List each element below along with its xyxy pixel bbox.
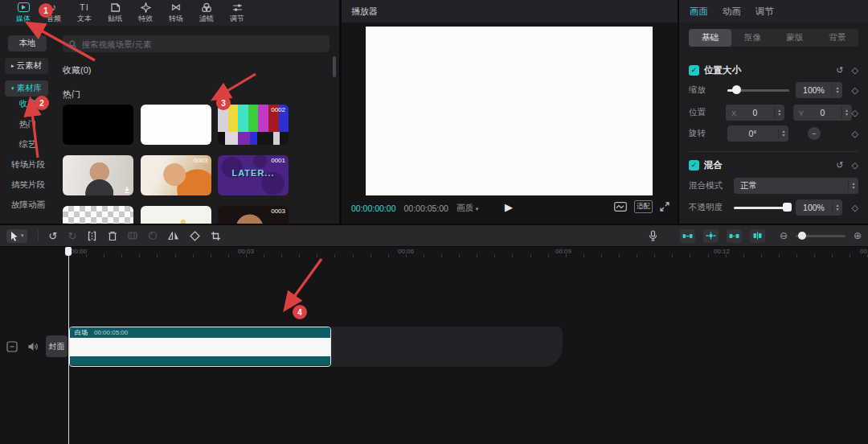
tab-sticker[interactable]: 贴纸 — [100, 0, 130, 26]
keyframe-icon[interactable]: ◇ — [852, 160, 858, 171]
position-x-box[interactable]: X 0 ▴▾ — [726, 105, 784, 121]
tab-adjustment[interactable]: 调节 — [755, 6, 774, 18]
tab-filters[interactable]: 滤镜 — [191, 0, 222, 26]
subtab-background[interactable]: 背景 — [816, 29, 858, 47]
tab-transitions[interactable]: ⋈ 转场 — [161, 0, 191, 26]
freeze-frame-button[interactable] — [128, 231, 137, 240]
opacity-slider[interactable] — [734, 207, 789, 209]
thumbnail-colorbars[interactable]: 0002 — [218, 105, 289, 145]
preview-canvas[interactable] — [366, 27, 653, 195]
keyframe-icon[interactable]: ◇ — [842, 203, 858, 213]
position-y-box[interactable]: Y 0 ▴▾ — [793, 105, 852, 121]
split-button[interactable] — [87, 231, 97, 241]
playhead-handle[interactable] — [65, 247, 72, 256]
sidebar-item-hot[interactable]: 热门 — [19, 119, 36, 130]
compare-original-icon[interactable] — [614, 202, 627, 212]
zoom-in-icon[interactable]: ⊕ — [854, 230, 862, 241]
stepper-icon[interactable]: ▴▾ — [841, 107, 852, 118]
thumbnail-later[interactable]: 0001 LATER... — [218, 155, 289, 195]
stepper-icon[interactable]: ▴▾ — [832, 202, 842, 213]
delete-button[interactable] — [108, 231, 117, 241]
reset-icon[interactable]: ↺ — [836, 160, 843, 171]
thumbnail-woman[interactable]: 0003 — [141, 155, 211, 195]
thumbnail-white[interactable] — [141, 105, 211, 145]
stepper-icon[interactable]: ▴▾ — [774, 107, 784, 118]
scale-slider[interactable] — [727, 89, 789, 92]
keyframe-icon[interactable]: ◇ — [842, 85, 858, 96]
play-button[interactable]: ▶ — [505, 201, 513, 213]
record-voiceover-icon[interactable] — [649, 230, 657, 241]
thumbnail-sketch[interactable] — [141, 206, 211, 224]
subtab-basic[interactable]: 基础 — [689, 29, 731, 47]
opacity-label: 不透明度 — [689, 202, 734, 213]
rotate-button[interactable] — [190, 231, 200, 241]
stepper-icon[interactable]: ▴▾ — [848, 180, 858, 191]
rotate-value-box[interactable]: 0° ▴▾ — [727, 125, 788, 142]
stepper-icon[interactable]: ▴▾ — [832, 84, 842, 96]
tab-text[interactable]: TI 文本 — [69, 0, 100, 26]
text-icon: TI — [80, 2, 89, 13]
thumbnail-man[interactable] — [63, 155, 133, 195]
cover-button[interactable]: 封面 — [46, 335, 68, 357]
timeline-area[interactable]: 00:00 00:03 00:06 00:09 00:12 00: 封面 白场 … — [0, 247, 868, 444]
current-timecode: 00:00:00:00 — [351, 204, 395, 213]
subtab-cutout[interactable]: 抠像 — [731, 29, 774, 47]
sidebar-item-glitch-anim[interactable]: 故障动画 — [11, 199, 45, 211]
mirror-button[interactable] — [168, 231, 179, 240]
stepper-icon[interactable]: ▴▾ — [778, 128, 788, 139]
sidebar-item-variety[interactable]: 综艺 — [19, 139, 36, 150]
thumbnail-face[interactable]: 0003 — [218, 206, 289, 224]
undo-button[interactable]: ↺ — [49, 230, 58, 242]
sidebar-item-funny-clips[interactable]: 搞笑片段 — [11, 179, 45, 191]
keyframe-icon[interactable]: ◇ — [852, 65, 858, 76]
subtab-mask[interactable]: 蒙版 — [774, 29, 817, 47]
fullscreen-icon[interactable] — [660, 202, 669, 212]
tab-media[interactable]: 媒体 — [8, 0, 39, 26]
redo-button[interactable]: ↻ — [68, 230, 76, 242]
magnet-toggle[interactable] — [680, 229, 695, 243]
linkage-toggle[interactable] — [727, 229, 742, 243]
timeline-ruler[interactable] — [68, 254, 868, 257]
divider — [689, 151, 858, 152]
media-scrollbar[interactable] — [333, 56, 336, 77]
preview-axis-toggle[interactable] — [750, 229, 765, 243]
thumbnail-black[interactable] — [63, 105, 133, 145]
thumbnail-transparent[interactable] — [63, 206, 133, 224]
position-size-checkbox[interactable]: ✓ — [689, 65, 699, 76]
chevron-down-icon: ▾ — [11, 85, 14, 92]
ratio-fit-button[interactable]: 适配 — [634, 200, 653, 213]
adjust-icon — [232, 2, 243, 13]
track-mute-icon[interactable] — [27, 341, 39, 352]
select-tool-button[interactable]: ▾ — [6, 229, 27, 243]
sidebar-item-transition-clips[interactable]: 转场片段 — [11, 159, 45, 171]
scale-value-box[interactable]: 100% ▴▾ — [796, 82, 842, 98]
search-input[interactable] — [82, 39, 323, 49]
blend-mode-dropdown[interactable]: 正常 ▴▾ — [734, 178, 858, 194]
keyframe-icon[interactable]: ◇ — [852, 108, 858, 118]
timeline-zoom-slider[interactable] — [796, 235, 845, 237]
clip-duration: 00:00:05:00 — [94, 329, 128, 336]
keyframe-icon[interactable]: ◇ — [821, 129, 858, 139]
timeline-clip-white[interactable]: 白场 00:00:05:00 — [69, 327, 331, 367]
tab-animation[interactable]: 动画 — [723, 6, 741, 18]
search-bar[interactable] — [63, 35, 330, 52]
tab-effects[interactable]: 特效 — [130, 0, 161, 26]
blend-checkbox[interactable]: ✓ — [689, 160, 699, 171]
reverse-button[interactable] — [148, 231, 158, 240]
reset-icon[interactable]: ↺ — [836, 65, 843, 76]
track-options-icon[interactable] — [6, 341, 18, 352]
tab-adjust[interactable]: 调节 — [222, 0, 252, 26]
auto-snap-toggle[interactable] — [703, 229, 719, 243]
sidebar-item-cloud[interactable]: ▸ 云素材 — [5, 58, 48, 74]
crop-button[interactable] — [211, 231, 221, 241]
download-icon[interactable] — [123, 186, 131, 194]
rotate-knob[interactable]: − — [808, 127, 821, 140]
tab-picture[interactable]: 画面 — [690, 6, 708, 18]
sidebar-item-library[interactable]: ▾ 素材库 — [5, 80, 48, 97]
quality-dropdown[interactable]: 画质 ▾ — [457, 203, 478, 214]
inspector-panel: 画面 动画 调节 基础 抠像 蒙版 背景 ✓ 位置大小 ↺ ◇ 缩放 100% … — [679, 0, 868, 224]
opacity-value-box[interactable]: 100% ▴▾ — [796, 199, 842, 216]
sidebar-item-favorites[interactable]: 收藏 — [19, 98, 36, 109]
zoom-out-icon[interactable]: ⊖ — [780, 230, 788, 241]
sidebar-item-local[interactable]: 本地 — [8, 35, 47, 51]
